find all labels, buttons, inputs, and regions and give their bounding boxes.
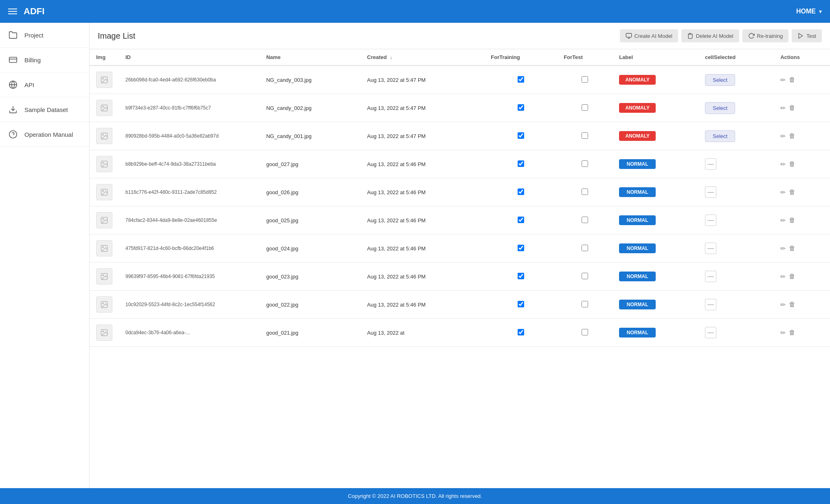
col-id: ID	[119, 49, 260, 66]
edit-icon[interactable]: ✏	[780, 273, 786, 280]
delete-icon[interactable]: 🗑	[789, 76, 795, 83]
cell-selected-cell: —	[698, 234, 774, 263]
for-training-checkbox[interactable]	[518, 132, 524, 139]
edit-icon[interactable]: ✏	[780, 329, 786, 337]
sidebar-item-api[interactable]: API	[0, 72, 89, 97]
name-cell: good_021.jpg	[260, 319, 361, 347]
img-placeholder	[96, 240, 112, 256]
edit-icon[interactable]: ✏	[780, 245, 786, 252]
delete-icon[interactable]: 🗑	[789, 245, 795, 252]
edit-icon[interactable]: ✏	[780, 132, 786, 140]
for-training-checkbox[interactable]	[518, 217, 524, 223]
label-badge: NORMAL	[619, 272, 656, 281]
edit-icon[interactable]: ✏	[780, 76, 786, 84]
for-training-checkbox[interactable]	[518, 301, 524, 307]
img-placeholder	[96, 72, 112, 88]
sidebar-item-project[interactable]: Project	[0, 23, 89, 48]
for-test-checkbox[interactable]	[582, 160, 588, 167]
table-row: 0dca94ec-3b76-4a06-a6ea-...good_021.jpgA…	[90, 319, 830, 347]
cell-selected-cell: —	[698, 150, 774, 178]
select-button[interactable]: Select	[705, 130, 735, 142]
delete-ai-model-button[interactable]: Delete AI Model	[681, 29, 739, 42]
img-cell	[90, 66, 119, 94]
for-test-cell	[557, 178, 613, 206]
sidebar-item-billing[interactable]: Billing	[0, 48, 89, 72]
for-test-checkbox[interactable]	[582, 301, 588, 307]
for-test-checkbox[interactable]	[582, 329, 588, 335]
for-training-checkbox[interactable]	[518, 104, 524, 111]
for-test-checkbox[interactable]	[582, 76, 588, 83]
name-cell: good_026.jpg	[260, 178, 361, 206]
sidebar-label-sample-dataset: Sample Dataset	[24, 106, 68, 113]
for-test-checkbox[interactable]	[582, 273, 588, 279]
id-cell: 475fd917-821d-4c60-bcfb-66dc20e4f1b6	[119, 234, 260, 263]
image-table: Img ID Name Created ↓ ForTraining ForTes…	[90, 49, 830, 347]
sidebar-item-sample-dataset[interactable]: Sample Dataset	[0, 97, 89, 122]
for-test-checkbox[interactable]	[582, 217, 588, 223]
id-cell: 890928bd-595b-4484-a0c0-5a36e82ab97d	[119, 122, 260, 150]
sidebar-label-operation-manual: Operation Manual	[24, 131, 73, 138]
test-button[interactable]: Test	[792, 29, 822, 42]
select-button[interactable]: Select	[705, 74, 735, 86]
actions-cell: ✏ 🗑	[774, 263, 830, 291]
edit-icon[interactable]: ✏	[780, 104, 786, 112]
home-dropdown-arrow[interactable]: ▾	[819, 8, 822, 15]
svg-rect-6	[626, 33, 631, 37]
for-test-checkbox[interactable]	[582, 245, 588, 251]
for-test-checkbox[interactable]	[582, 132, 588, 139]
dash-placeholder: —	[705, 215, 716, 226]
for-training-checkbox[interactable]	[518, 273, 524, 279]
delete-icon[interactable]: 🗑	[789, 273, 795, 280]
select-button[interactable]: Select	[705, 102, 735, 114]
img-placeholder	[96, 324, 112, 341]
create-ai-model-button[interactable]: Create AI Model	[620, 29, 678, 42]
for-training-cell	[484, 178, 557, 206]
for-test-cell	[557, 234, 613, 263]
actions-cell: ✏ 🗑	[774, 319, 830, 347]
actions-cell: ✏ 🗑	[774, 66, 830, 94]
actions-cell: ✏ 🗑	[774, 234, 830, 263]
edit-icon[interactable]: ✏	[780, 160, 786, 168]
cell-selected-cell: —	[698, 319, 774, 347]
top-header: ADFI HOME ▾	[0, 0, 830, 23]
for-training-checkbox[interactable]	[518, 188, 524, 195]
for-test-checkbox[interactable]	[582, 104, 588, 111]
for-training-checkbox[interactable]	[518, 245, 524, 251]
hamburger-menu[interactable]	[8, 9, 17, 14]
col-label: Label	[613, 49, 698, 66]
svg-point-17	[103, 191, 104, 192]
for-training-checkbox[interactable]	[518, 76, 524, 83]
actions-container: ✏ 🗑	[780, 160, 823, 168]
for-training-cell	[484, 291, 557, 319]
retraining-button[interactable]: Re-training	[742, 29, 789, 42]
delete-icon[interactable]: 🗑	[789, 217, 795, 224]
for-training-checkbox[interactable]	[518, 329, 524, 335]
name-cell: NG_candy_001.jpg	[260, 122, 361, 150]
edit-icon[interactable]: ✏	[780, 301, 786, 309]
create-ai-model-label: Create AI Model	[635, 33, 672, 39]
edit-icon[interactable]: ✏	[780, 188, 786, 196]
col-created[interactable]: Created ↓	[360, 49, 484, 66]
for-training-cell	[484, 319, 557, 347]
delete-icon[interactable]: 🗑	[789, 132, 795, 140]
actions-container: ✏ 🗑	[780, 132, 823, 140]
delete-icon[interactable]: 🗑	[789, 104, 795, 112]
billing-icon	[8, 55, 18, 65]
svg-point-11	[103, 106, 104, 107]
for-training-checkbox[interactable]	[518, 160, 524, 167]
delete-icon[interactable]: 🗑	[789, 329, 795, 336]
actions-cell: ✏ 🗑	[774, 150, 830, 178]
table-container: Img ID Name Created ↓ ForTraining ForTes…	[90, 49, 830, 488]
edit-icon[interactable]: ✏	[780, 217, 786, 224]
label-badge: NORMAL	[619, 215, 656, 225]
delete-icon[interactable]: 🗑	[789, 188, 795, 196]
label-badge: NORMAL	[619, 300, 656, 309]
home-label[interactable]: HOME	[796, 8, 816, 15]
sidebar-item-operation-manual[interactable]: Operation Manual	[0, 122, 89, 147]
delete-icon[interactable]: 🗑	[789, 301, 795, 308]
table-row: b116c776-e42f-480c-9311-2ade7c85d852good…	[90, 178, 830, 206]
created-cell: Aug 13, 2022 at 5:46 PM	[360, 234, 484, 263]
delete-icon[interactable]: 🗑	[789, 160, 795, 168]
table-row: 475fd917-821d-4c60-bcfb-66dc20e4f1b6good…	[90, 234, 830, 263]
for-test-checkbox[interactable]	[582, 188, 588, 195]
